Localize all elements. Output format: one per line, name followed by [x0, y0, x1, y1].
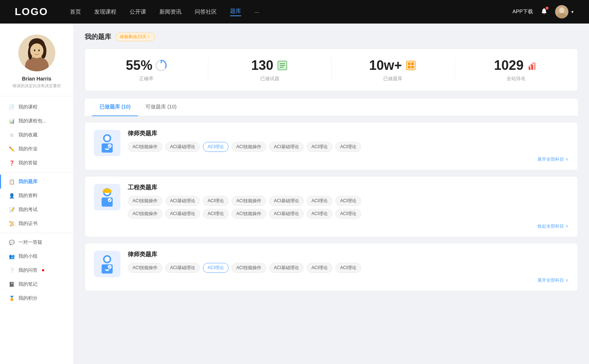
stat-item-1: 130 已做试题 — [208, 58, 332, 82]
tag-ACI理论[interactable]: ACI理论 — [203, 209, 229, 219]
svg-rect-23 — [408, 66, 410, 68]
tag-ACI技能操作[interactable]: ACI技能操作 — [128, 142, 162, 152]
nav-item-问答社区[interactable]: 问答社区 — [195, 8, 217, 15]
tab-已做题库(10)[interactable]: 已做题库 (10) — [92, 99, 138, 116]
sidebar-item-label: 我的答疑 — [18, 160, 38, 166]
stat-label: 正确率 — [92, 75, 201, 82]
sidebar-item-我的考试[interactable]: 📝我的考试 — [0, 203, 73, 217]
tag-ACI基础理论[interactable]: ACI基础理论 — [269, 142, 304, 152]
sidebar-item-label: 我的资料 — [18, 192, 38, 199]
tag-ACI基础理论[interactable]: ACI基础理论 — [165, 263, 200, 273]
svg-point-13 — [159, 63, 163, 68]
sidebar-item-label: 我的课程包... — [18, 118, 46, 124]
nav-item-题库[interactable]: 题库 — [230, 8, 241, 16]
tag-ACI技能操作[interactable]: ACI技能操作 — [232, 196, 266, 206]
sidebar-item-我的收藏[interactable]: ☆我的收藏 — [0, 128, 73, 142]
tag-ACI理论[interactable]: ACI理论 — [307, 209, 332, 219]
tag-ACI技能操作[interactable]: ACI技能操作 — [232, 209, 266, 219]
tag-ACI技能操作[interactable]: ACI技能操作 — [128, 196, 162, 206]
notification-bell[interactable] — [540, 7, 548, 16]
nav-item-···[interactable]: ··· — [254, 9, 259, 15]
tag-ACI技能操作[interactable]: ACI技能操作 — [128, 263, 162, 273]
tag-ACI技能操作[interactable]: ACI技能操作 — [232, 263, 266, 273]
note-icon: 📓 — [9, 281, 15, 287]
tag-ACI基础理论[interactable]: ACI基础理论 — [269, 209, 304, 219]
stat-item-2: 10w+ 已做题库 — [332, 58, 455, 82]
tag-ACI基础理论[interactable]: ACI基础理论 — [269, 263, 304, 273]
user-avatar — [555, 5, 568, 18]
tag-ACI基础理论[interactable]: ACI基础理论 — [165, 142, 200, 152]
qbank-tags-row-2: ACI技能操作ACI基础理论ACI理论ACI技能操作ACI基础理论ACI理论AC… — [128, 209, 569, 219]
logo[interactable]: LOGO — [15, 6, 48, 18]
sidebar-item-我的课程包...[interactable]: 📊我的课程包... — [0, 114, 73, 128]
sidebar-item-label: 我的积分 — [18, 295, 38, 301]
svg-point-11 — [38, 50, 40, 51]
user-icon: 👤 — [9, 193, 15, 199]
tag-ACI理论[interactable]: ACI理论 — [335, 196, 361, 206]
sidebar-item-我的作业[interactable]: ✏️我的作业 — [0, 142, 73, 156]
tag-ACI技能操作[interactable]: ACI技能操作 — [128, 209, 162, 219]
svg-point-41 — [105, 257, 110, 262]
tag-ACI基础理论[interactable]: ACI基础理论 — [269, 196, 304, 206]
qbank-title: 律师类题库 — [128, 251, 569, 258]
sidebar-item-我的笔记[interactable]: 📓我的笔记 — [0, 277, 73, 291]
tag-ACI理论[interactable]: ACI理论 — [307, 196, 332, 206]
tag-ACI理论[interactable]: ACI理论 — [203, 263, 229, 273]
tag-ACI理论[interactable]: ACI理论 — [307, 142, 332, 152]
profile-avatar — [18, 35, 55, 71]
sidebar-item-我的问答[interactable]: ❔我的问答 — [0, 263, 73, 277]
main-layout: Brian Harris 错误的决定比没有决定要好 📄我的课程📊我的课程包...… — [0, 24, 589, 364]
score-icon: 🏅 — [9, 295, 15, 301]
tag-ACI理论[interactable]: ACI理论 — [335, 142, 361, 152]
sidebar-item-我的课程[interactable]: 📄我的课程 — [0, 100, 73, 114]
qbank-title: 工程类题库 — [128, 184, 569, 192]
collapse-link[interactable]: 收起全部科目 ∧ — [128, 222, 569, 229]
sidebar-item-我的积分[interactable]: 🏅我的积分 — [0, 291, 73, 305]
group-icon: 👥 — [9, 253, 15, 259]
bar-chart — [526, 60, 538, 71]
svg-rect-24 — [411, 66, 414, 68]
sidebar-item-我的小组[interactable]: 👥我的小组 — [0, 249, 73, 263]
file-icon: 📄 — [9, 104, 15, 110]
expand-link[interactable]: 展开全部科目 ∨ — [128, 155, 569, 163]
tag-ACI理论[interactable]: ACI理论 — [307, 263, 332, 273]
expand-link[interactable]: 展开全部科目 ∨ — [128, 276, 569, 283]
profile-name: Brian Harris — [7, 76, 66, 82]
app-download-button[interactable]: APP下载 — [512, 8, 533, 15]
nav-item-首页[interactable]: 首页 — [70, 8, 81, 15]
svg-rect-27 — [534, 63, 536, 70]
qbank-icon-lawyer — [94, 130, 120, 156]
star-icon: ☆ — [9, 132, 15, 138]
nav-item-新闻资讯[interactable]: 新闻资讯 — [159, 8, 181, 15]
sidebar-item-label: 我的笔记 — [18, 281, 38, 288]
qa-icon: ❔ — [9, 267, 15, 273]
stat-value: 10w+ — [369, 58, 402, 73]
nav-item-发现课程[interactable]: 发现课程 — [94, 8, 116, 15]
svg-rect-22 — [411, 63, 414, 65]
nav-item-公开课[interactable]: 公开课 — [130, 8, 146, 15]
cert-icon: 📜 — [9, 221, 15, 226]
sidebar-item-我的答疑[interactable]: ❓我的答疑 — [0, 156, 73, 170]
tag-ACI理论[interactable]: ACI理论 — [203, 196, 229, 206]
sidebar-item-我的资料[interactable]: 👤我的资料 — [0, 189, 73, 203]
user-avatar-wrapper[interactable]: ▼ — [555, 5, 574, 18]
nav-menu: 首页发现课程公开课新闻资讯问答社区题库··· — [70, 8, 512, 16]
svg-point-1 — [559, 7, 564, 13]
tag-ACI基础理论[interactable]: ACI基础理论 — [165, 209, 200, 219]
sidebar-item-我的证书[interactable]: 📜我的证书 — [0, 217, 73, 231]
tag-ACI技能操作[interactable]: ACI技能操作 — [232, 142, 266, 152]
sidebar-item-一对一答疑[interactable]: 💬一对一答疑 — [0, 235, 73, 249]
tag-ACI理论[interactable]: ACI理论 — [203, 142, 229, 152]
tag-ACI理论[interactable]: ACI理论 — [335, 263, 361, 273]
sidebar-item-label: 我的小组 — [18, 253, 38, 260]
sidebar-item-label: 我的收藏 — [18, 132, 38, 138]
tag-ACI理论[interactable]: ACI理论 — [335, 209, 361, 219]
tab-可做题库(10)[interactable]: 可做题库 (10) — [138, 99, 184, 116]
edit-icon: ✏️ — [9, 146, 15, 152]
sidebar-item-label: 我的问答 — [18, 267, 38, 274]
tag-ACI基础理论[interactable]: ACI基础理论 — [165, 196, 200, 206]
sidebar-item-我的题库[interactable]: 📋我的题库 — [0, 175, 73, 189]
svg-rect-37 — [104, 190, 105, 192]
sidebar-item-label: 我的考试 — [18, 206, 38, 213]
trial-badge: 体验剩余23天！ — [116, 33, 155, 41]
